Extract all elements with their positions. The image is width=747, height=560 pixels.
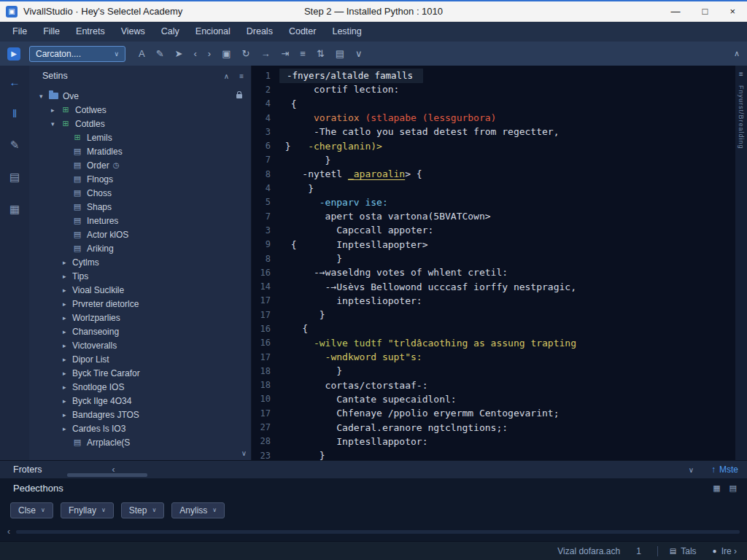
mste-link[interactable]: ↑ Mste — [711, 464, 738, 475]
scroll-track[interactable] — [16, 530, 740, 534]
tree-item[interactable]: ⊞Lemils — [29, 131, 251, 144]
code-line[interactable]: 27 Caderal.eranore ngtclngtions;: — [252, 420, 735, 434]
tree-item[interactable]: ▤Arrplacle(S — [29, 435, 251, 449]
panel-list-icon[interactable]: ▤ — [729, 483, 737, 493]
close-button[interactable]: × — [729, 6, 735, 17]
code-line[interactable]: 4 voratiox (stlapabe (lessgurbora) — [252, 111, 735, 125]
menu-item-views[interactable]: Views — [113, 22, 153, 42]
code-line[interactable]: 17 Chfenaye /ppolio eryermm Centogevarin… — [252, 406, 735, 420]
sort-icon[interactable]: ⇅ — [317, 48, 325, 59]
editor-tab[interactable]: -fnyers/altalde famalls — [279, 69, 423, 83]
chevron-left-icon[interactable]: ‹ — [193, 48, 196, 59]
tree-item[interactable]: ▤Order◷ — [29, 158, 251, 172]
tree-item[interactable]: ▸Byck Ilge 4O34 — [29, 394, 251, 408]
tree-item[interactable]: ▤Ariking — [29, 241, 251, 255]
code-line[interactable]: 18 } — [252, 364, 735, 378]
collapse-all-icon[interactable]: ∧ — [224, 72, 229, 80]
menu-item-dreals[interactable]: Dreals — [239, 22, 281, 42]
tree-item[interactable]: ▸Chanseoing — [29, 324, 251, 338]
maximize-button[interactable]: □ — [703, 6, 708, 17]
code-line[interactable]: 17 } — [252, 308, 735, 322]
code-line[interactable]: 8 } — [252, 252, 735, 265]
code-line[interactable]: 17 inptesliopoter: — [252, 294, 735, 308]
status-ire[interactable]: ●Ire › — [713, 546, 737, 556]
code-line[interactable]: 16 -→waseldng votes of whlent cretil: — [252, 265, 735, 279]
code-line[interactable]: 4 } — [252, 181, 735, 195]
tree-item[interactable]: ▤Mratidles — [29, 144, 251, 158]
menu-item-file[interactable]: File — [4, 22, 35, 42]
chevron-right-icon[interactable]: › — [208, 48, 211, 59]
tree-item[interactable]: ▸Vioal Suclkile — [29, 283, 251, 297]
tree-item[interactable]: ▸Cardes ls IO3 — [29, 421, 251, 435]
status-file[interactable]: Vizal dofara.ach — [557, 546, 620, 556]
tree-item[interactable]: ▸Victoveralls — [29, 338, 251, 352]
chevron-down-icon[interactable]: ∨ — [689, 466, 694, 474]
horizontal-scroll-thumb[interactable] — [67, 473, 147, 477]
pencil-icon[interactable]: ✎ — [10, 139, 20, 152]
code-line[interactable]: 3 -The catlo you setad detest from regec… — [252, 125, 735, 139]
indent-icon[interactable]: ⇥ — [281, 48, 289, 59]
menu-item-codter[interactable]: Codter — [281, 22, 325, 42]
tree-item[interactable]: ▤Flnogs — [29, 172, 251, 186]
code-line[interactable]: 16 -wilve tudtf "trldâcaothing as assung… — [252, 336, 735, 350]
code-line[interactable]: 16 { — [252, 322, 735, 335]
status-tals[interactable]: ▤Tals — [657, 546, 697, 556]
code-line[interactable]: 5 -enparv ise: — [252, 195, 735, 209]
arrow-right-icon[interactable]: → — [260, 48, 270, 59]
rows-icon[interactable]: ▤ — [336, 48, 344, 59]
more-icon[interactable]: ∨ — [355, 48, 363, 59]
code-line[interactable]: 3 Capccall appoter: — [252, 223, 735, 237]
copy-icon[interactable]: ▣ — [222, 48, 231, 59]
monitor-icon[interactable]: ▦ — [9, 203, 20, 216]
menu-item-entrets[interactable]: Entrets — [68, 22, 113, 42]
run-icon[interactable]: ▶ — [7, 47, 20, 61]
clse-button[interactable]: Clse∨ — [10, 502, 53, 518]
configuration-dropdown[interactable]: Carcaton.... ∨ — [29, 46, 125, 62]
tree-item[interactable]: ▤Choss — [29, 186, 251, 200]
tree-item[interactable]: ▸Snotloge IOS — [29, 380, 251, 394]
code-line[interactable]: 10 Cantate supecaidlonl: — [252, 392, 735, 406]
tree-item[interactable]: ▸Cytlms — [29, 255, 251, 269]
code-line[interactable]: 18 cortas/ctorstaaf-: — [252, 378, 735, 392]
code-line[interactable]: 2 cortif lection: — [252, 82, 735, 96]
rail-menu-icon[interactable]: ≡ — [739, 70, 743, 78]
letter-a-icon[interactable]: A — [139, 48, 145, 59]
sidebar-scroll-down-icon[interactable]: ∨ — [241, 449, 247, 457]
minimize-button[interactable]: — — [671, 6, 681, 17]
code-line[interactable]: 7 } — [252, 153, 735, 167]
step-button[interactable]: Step∨ — [121, 502, 165, 518]
code-line[interactable]: 1-fnyers/altalde famalls — [252, 69, 735, 82]
tree-item[interactable]: ▸Bandagres JTOS — [29, 408, 251, 421]
code-line[interactable]: 7 apert osta vartona(5BVATCown> — [252, 209, 735, 223]
tree-item[interactable]: ▸⊞Cotlwes — [29, 103, 251, 117]
tree-item[interactable]: ▸Byck Tire Carafor — [29, 366, 251, 380]
back-arrow-icon[interactable]: ← — [9, 76, 20, 88]
tree-item[interactable]: ▸Tips — [29, 269, 251, 283]
code-line[interactable]: 9 { Inptesllapopter> — [252, 238, 735, 252]
tree-item[interactable]: ▸Worlzparlies — [29, 311, 251, 324]
sidebar-menu-icon[interactable]: ≡ — [239, 72, 244, 80]
toolbar-collapse-icon[interactable]: ∧ — [734, 49, 740, 58]
cursor-icon[interactable]: ➤ — [175, 48, 183, 59]
code-line[interactable]: 23 } — [252, 448, 735, 460]
anyliss-button[interactable]: Anyliss∨ — [171, 502, 225, 518]
menu-item-fille[interactable]: Fille — [35, 22, 68, 42]
code-line[interactable]: 6 } -cherglanin)> — [252, 139, 735, 152]
scroll-left-icon[interactable]: ‹ — [7, 526, 10, 537]
fnyllay-button[interactable]: Fnyllay∨ — [61, 502, 114, 518]
list-icon[interactable]: ≡ — [300, 48, 306, 59]
menu-item-caly[interactable]: Caly — [153, 22, 187, 42]
menu-item-lesting[interactable]: Lesting — [324, 22, 369, 42]
tree-item[interactable]: ▾Ove — [29, 89, 251, 103]
code-line[interactable]: 8 -nytetl _aparoalin> { — [252, 167, 735, 181]
code-line[interactable]: 17 -wndkword supt"s: — [252, 350, 735, 364]
tree-item[interactable]: ▤Shaps — [29, 200, 251, 214]
panel-grid-icon[interactable]: ▦ — [713, 483, 720, 493]
code-line[interactable]: 14 -→Usèvs Bellowond ucccasf iorffy nest… — [252, 279, 735, 293]
pen-icon[interactable]: ✎ — [156, 48, 164, 59]
tree-item[interactable]: ▾⊞Cotdles — [29, 117, 251, 131]
froters-tab[interactable]: Froters — [13, 464, 42, 475]
tree-item[interactable]: ▸Dipor List — [29, 352, 251, 366]
code-area[interactable]: 1-fnyers/altalde famalls2 cortif lection… — [252, 66, 735, 460]
code-line[interactable]: 28 Inptesllappotor: — [252, 435, 735, 448]
